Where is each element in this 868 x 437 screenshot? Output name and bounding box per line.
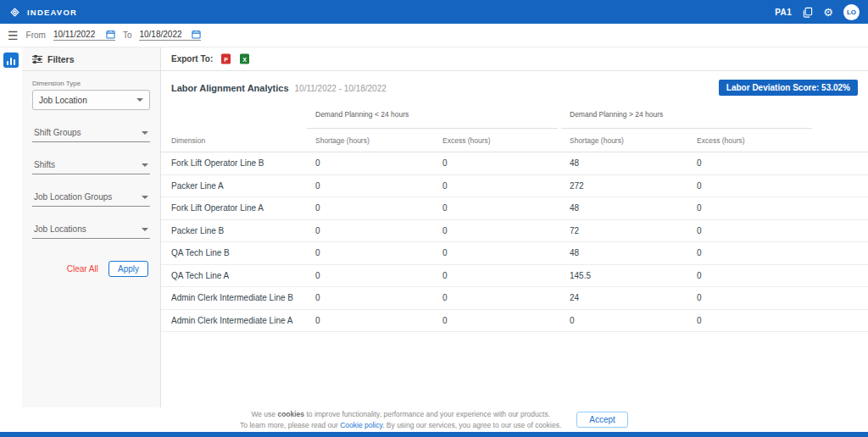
export-label: Export To:	[171, 54, 213, 64]
shift-groups-select[interactable]: Shift Groups	[32, 126, 150, 142]
row-value: 0	[559, 316, 687, 325]
row-value: 0	[687, 181, 814, 191]
row-value: 0	[305, 158, 432, 168]
row-value: 48	[559, 203, 687, 213]
cookie-text: We use cookies to improve functionality,…	[240, 409, 561, 431]
filters-label: Filters	[47, 54, 75, 64]
row-value: 0	[687, 203, 814, 213]
row-value: 0	[687, 293, 814, 302]
to-label: To	[123, 30, 132, 40]
export-row: Export To: P X	[161, 47, 868, 71]
labor-deviation-score-badge: Labor Deviation Score: 53.02%	[719, 80, 858, 96]
table-group-header-row: Demand Planning < 24 hours Demand Planni…	[161, 107, 868, 129]
group-header-lt24: Demand Planning < 24 hours	[307, 107, 558, 129]
row-value: 0	[305, 271, 432, 280]
row-value: 0	[432, 158, 559, 168]
export-pdf-icon[interactable]: P	[220, 53, 231, 64]
brand-name: INDEAVOR	[27, 8, 77, 17]
documents-icon[interactable]	[802, 7, 813, 18]
row-value: 0	[305, 203, 432, 213]
row-value: 0	[305, 226, 432, 235]
row-value: 0	[432, 248, 559, 257]
cookie-line1-prefix: We use	[251, 410, 277, 418]
table-body: Fork Lift Operator Line B 0 0 48 0 Packe…	[161, 152, 868, 332]
from-date-field	[53, 30, 115, 41]
job-locations-select[interactable]: Job Locations	[32, 223, 150, 239]
column-header-excess-gt24: Excess (hours)	[687, 136, 814, 145]
app-header: INDEAVOR PA1 ⚙ LO	[0, 0, 868, 24]
row-dimension: Packer Line A	[161, 181, 305, 191]
row-value: 48	[559, 158, 687, 168]
row-value: 0	[432, 203, 559, 213]
title-row: Labor Alignment Analytics 10/11/2022 - 1…	[161, 71, 868, 105]
row-dimension: Packer Line B	[161, 226, 305, 235]
table-row: Packer Line B 0 0 72 0	[161, 220, 868, 243]
filter-tune-icon	[32, 55, 42, 64]
row-value: 145.5	[559, 271, 687, 280]
analytics-nav-icon[interactable]	[3, 53, 19, 68]
cookie-line2-prefix: To learn more, please read our	[240, 421, 340, 429]
calendar-icon[interactable]	[106, 30, 115, 39]
environment-label: PA1	[775, 8, 792, 17]
column-header-shortage-gt24: Shortage (hours)	[559, 136, 687, 145]
row-value: 0	[687, 316, 814, 325]
row-dimension: Admin Clerk Intermediate Line B	[161, 293, 305, 302]
menu-hamburger-icon[interactable]: ☰	[8, 30, 19, 41]
main-content: Export To: P X Labor Alignment Analytics…	[161, 47, 868, 407]
row-dimension: QA Tech Line B	[161, 248, 305, 257]
cookie-banner: We use cookies to improve functionality,…	[0, 407, 868, 432]
report-date-range: 10/11/2022 - 10/18/2022	[295, 84, 387, 93]
chevron-down-icon	[136, 98, 143, 102]
row-value: 0	[687, 248, 814, 257]
chevron-down-icon	[142, 163, 148, 167]
group-header-spacer	[161, 107, 307, 129]
row-value: 0	[305, 181, 432, 191]
row-value: 48	[559, 248, 687, 257]
row-value: 0	[305, 316, 432, 325]
table-row: Fork Lift Operator Line B 0 0 48 0	[161, 152, 868, 175]
apply-button[interactable]: Apply	[108, 261, 148, 277]
column-header-excess-lt24: Excess (hours)	[432, 136, 559, 145]
shifts-select[interactable]: Shifts	[32, 158, 150, 174]
row-value: 0	[687, 158, 814, 168]
table-row: QA Tech Line B 0 0 48 0	[161, 242, 868, 265]
nav-rail	[0, 47, 22, 407]
calendar-icon[interactable]	[192, 30, 201, 39]
table-header-row: Dimension Shortage (hours) Excess (hours…	[161, 129, 868, 152]
to-date-field	[139, 30, 201, 41]
row-value: 0	[432, 226, 559, 235]
row-value: 272	[559, 181, 687, 191]
accept-cookies-button[interactable]: Accept	[576, 412, 628, 428]
user-avatar[interactable]: LO	[843, 4, 860, 20]
to-date-input[interactable]	[139, 30, 188, 39]
dimension-type-select[interactable]: Job Location	[32, 90, 150, 110]
row-value: 0	[432, 181, 559, 191]
row-dimension: Fork Lift Operator Line A	[161, 203, 305, 213]
from-date-input[interactable]	[53, 30, 103, 39]
brand[interactable]: INDEAVOR	[8, 6, 77, 19]
settings-gear-icon[interactable]: ⚙	[823, 7, 833, 18]
table-row: Fork Lift Operator Line A 0 0 48 0	[161, 197, 868, 220]
clear-all-link[interactable]: Clear All	[67, 264, 98, 274]
chevron-down-icon	[142, 228, 148, 231]
group-header-gt24: Demand Planning > 24 hours	[561, 107, 812, 129]
page-title: Labor Alignment Analytics	[171, 83, 289, 93]
date-toolbar: ☰ From To	[0, 24, 868, 47]
row-value: 0	[432, 293, 559, 302]
cookie-policy-link[interactable]: Cookie policy	[340, 421, 382, 429]
cookie-line1-suffix: to improve functionality, performance an…	[304, 410, 550, 418]
table-row: QA Tech Line A 0 0 145.5 0	[161, 265, 868, 288]
row-value: 0	[687, 271, 814, 280]
dimension-type-value: Job Location	[39, 96, 87, 105]
column-header-shortage-lt24: Shortage (hours)	[305, 136, 432, 145]
row-value: 72	[559, 226, 687, 235]
chevron-down-icon	[142, 196, 148, 199]
filters-header[interactable]: Filters	[22, 47, 160, 71]
job-location-groups-select[interactable]: Job Location Groups	[32, 191, 150, 207]
shifts-label: Shifts	[34, 160, 55, 169]
cookie-line1-bold: cookies	[277, 410, 304, 418]
export-excel-icon[interactable]: X	[239, 53, 250, 64]
dimension-type-label: Dimension Type	[32, 80, 150, 87]
row-value: 0	[432, 271, 559, 280]
row-value: 0	[305, 293, 432, 302]
